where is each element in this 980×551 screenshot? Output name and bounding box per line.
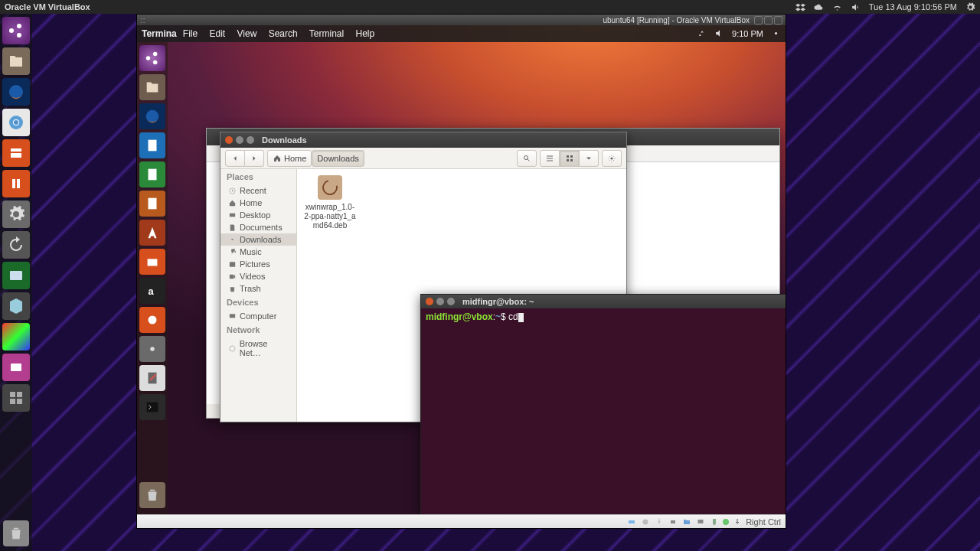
vm-close-button[interactable] bbox=[774, 16, 782, 24]
guest-launcher-terminal[interactable] bbox=[139, 394, 165, 420]
svg-rect-19 bbox=[149, 169, 157, 181]
terminal-maximize-button[interactable] bbox=[447, 298, 455, 305]
volume-icon[interactable] bbox=[851, 2, 861, 12]
launcher-chromium[interactable] bbox=[2, 109, 30, 136]
menu-search[interactable]: Search bbox=[269, 28, 298, 39]
sidebar-item-computer[interactable]: Computer bbox=[220, 310, 296, 322]
files-titlebar[interactable]: Downloads bbox=[220, 132, 626, 148]
nav-forward-button[interactable] bbox=[245, 150, 264, 167]
sidebar-item-music[interactable]: Music bbox=[220, 246, 296, 258]
network-icon[interactable] bbox=[697, 28, 707, 40]
guest-launcher-ubuntu-software[interactable] bbox=[139, 249, 165, 275]
sidebar-section-network: Network bbox=[220, 322, 296, 337]
vm-minimize-button[interactable] bbox=[754, 16, 763, 24]
breadcrumb-downloads[interactable]: Downloads bbox=[312, 150, 364, 167]
sidebar-item-pictures[interactable]: Pictures bbox=[220, 258, 296, 270]
terminal-body[interactable]: midfingr@vbox:~$ cd bbox=[421, 308, 786, 325]
vm-network-icon[interactable] bbox=[668, 517, 678, 527]
vm-hdd-icon[interactable] bbox=[626, 517, 637, 527]
svg-point-32 bbox=[611, 157, 613, 159]
terminal-titlebar[interactable]: midfingr@vbox: ~ bbox=[421, 295, 786, 308]
files-maximize-button[interactable] bbox=[247, 136, 254, 144]
vm-usb-icon[interactable] bbox=[654, 517, 665, 527]
launcher-workspace-switcher[interactable] bbox=[2, 384, 30, 412]
guest-launcher-dash[interactable] bbox=[139, 45, 165, 71]
guest-volume-icon[interactable] bbox=[714, 28, 724, 40]
guest-launcher-calc[interactable] bbox=[139, 161, 165, 187]
guest-launcher-settings[interactable] bbox=[139, 336, 165, 362]
guest-clock[interactable]: 9:10 PM bbox=[732, 29, 763, 38]
menu-file[interactable]: File bbox=[183, 28, 198, 39]
launcher-system-settings[interactable] bbox=[2, 201, 30, 228]
sidebar-item-home[interactable]: Home bbox=[220, 197, 296, 209]
vm-titlebar[interactable]: :: ubuntu64 [Running] - Oracle VM Virtua… bbox=[137, 15, 786, 25]
launcher-software-updater[interactable] bbox=[2, 231, 30, 259]
menu-edit[interactable]: Edit bbox=[209, 28, 225, 39]
virtualbox-vm-window: :: ubuntu64 [Running] - Oracle VM Virtua… bbox=[136, 14, 786, 529]
sidebar-item-trash[interactable]: Trash bbox=[220, 282, 296, 295]
session-gear-icon[interactable] bbox=[965, 2, 975, 12]
sidebar-item-desktop[interactable]: Desktop bbox=[220, 209, 296, 221]
launcher-app-colors[interactable] bbox=[2, 323, 30, 350]
search-button[interactable] bbox=[517, 150, 537, 167]
guest-launcher-files[interactable] bbox=[139, 74, 165, 100]
terminal-prompt-user: midfingr@vbox bbox=[426, 311, 493, 322]
vm-maximize-button[interactable] bbox=[764, 16, 773, 24]
nav-back-button[interactable] bbox=[225, 150, 245, 167]
vm-optical-icon[interactable] bbox=[640, 517, 651, 527]
view-list-button[interactable] bbox=[540, 150, 560, 167]
launcher-files[interactable] bbox=[2, 47, 30, 75]
vm-host-key[interactable]: Right Ctrl bbox=[723, 517, 781, 527]
terminal-close-button[interactable] bbox=[426, 298, 433, 305]
terminal-minimize-button[interactable] bbox=[436, 298, 444, 305]
launcher-ubuntu-one[interactable] bbox=[2, 170, 30, 197]
vm-host-key-label: Right Ctrl bbox=[746, 517, 781, 527]
wifi-icon[interactable] bbox=[832, 2, 843, 12]
files-minimize-button[interactable] bbox=[236, 136, 243, 144]
host-menubar: Oracle VM VirtualBox Tue 13 Aug 9:10:56 … bbox=[0, 0, 980, 14]
guest-launcher-impress[interactable] bbox=[139, 191, 165, 217]
svg-rect-12 bbox=[17, 399, 22, 404]
weather-icon[interactable] bbox=[814, 2, 825, 12]
guest-active-app[interactable]: Termina bbox=[142, 28, 177, 39]
file-item-deb[interactable]: xwinwrap_1.0-2-ppa-natty1_amd64.deb bbox=[303, 175, 357, 230]
menu-help[interactable]: Help bbox=[356, 28, 375, 39]
vm-display-icon[interactable] bbox=[695, 517, 706, 527]
launcher-ubuntu-dash[interactable] bbox=[2, 17, 30, 44]
guest-launcher-fonts[interactable] bbox=[139, 220, 165, 246]
vm-title: ubuntu64 [Running] - Oracle VM VirtualBo… bbox=[603, 16, 750, 24]
guest-launcher-amazon[interactable]: a bbox=[139, 278, 165, 304]
host-trash[interactable] bbox=[3, 520, 29, 546]
host-clock[interactable]: Tue 13 Aug 9:10:56 PM bbox=[869, 2, 957, 11]
files-settings-button[interactable] bbox=[602, 150, 622, 167]
view-options-dropdown[interactable] bbox=[580, 150, 599, 167]
menu-terminal[interactable]: Terminal bbox=[309, 28, 344, 39]
svg-point-14 bbox=[146, 56, 151, 60]
launcher-virtualbox[interactable] bbox=[2, 292, 30, 320]
guest-gear-icon[interactable] bbox=[771, 28, 781, 40]
menu-view[interactable]: View bbox=[237, 28, 257, 39]
sidebar-item-recent[interactable]: Recent bbox=[220, 184, 296, 197]
terminal-window[interactable]: midfingr@vbox: ~ midfingr@vbox:~$ cd bbox=[420, 294, 786, 514]
sidebar-item-documents[interactable]: Documents bbox=[220, 221, 296, 233]
vm-mouse-icon[interactable] bbox=[709, 517, 720, 527]
guest-launcher-firefox[interactable] bbox=[139, 103, 165, 129]
launcher-screenshot[interactable] bbox=[2, 262, 30, 289]
breadcrumb-home[interactable]: Home bbox=[267, 150, 312, 167]
svg-point-38 bbox=[230, 345, 235, 350]
guest-launcher-trash[interactable] bbox=[139, 482, 165, 508]
dropbox-icon[interactable] bbox=[795, 2, 806, 12]
files-close-button[interactable] bbox=[225, 136, 233, 144]
guest-launcher-gedit[interactable] bbox=[139, 365, 165, 391]
guest-desktop[interactable]: Termina File Edit View Search Terminal H… bbox=[137, 25, 786, 514]
sidebar-item-downloads[interactable]: Downloads bbox=[220, 233, 296, 246]
view-grid-button[interactable] bbox=[560, 150, 580, 167]
sidebar-item-browse-network[interactable]: Browse Net… bbox=[220, 337, 296, 359]
vm-shared-folder-icon[interactable] bbox=[681, 517, 692, 527]
launcher-firefox[interactable] bbox=[2, 78, 30, 106]
guest-launcher-ubuntu-one[interactable] bbox=[139, 307, 165, 333]
sidebar-item-videos[interactable]: Videos bbox=[220, 270, 296, 282]
launcher-screen-recorder[interactable] bbox=[2, 354, 30, 381]
guest-launcher-writer[interactable] bbox=[139, 132, 165, 158]
launcher-ubuntu-software[interactable] bbox=[2, 139, 30, 167]
